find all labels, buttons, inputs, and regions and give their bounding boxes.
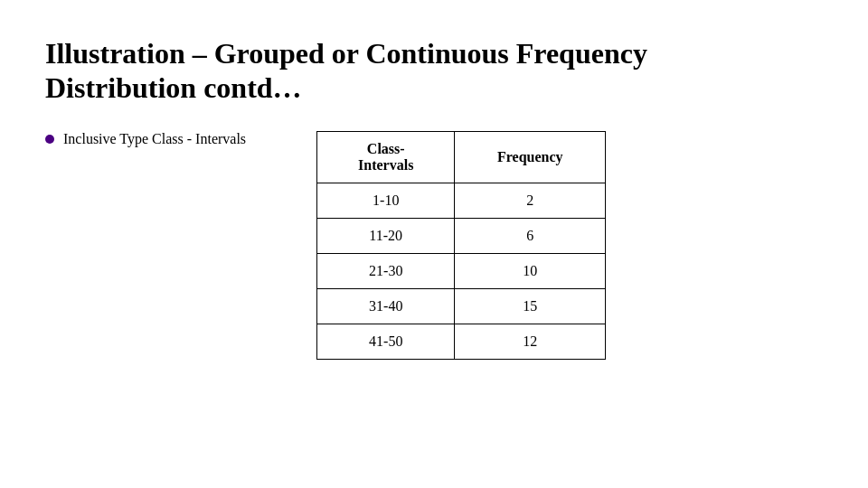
cell-interval: 31-40 <box>317 288 455 324</box>
cell-interval: 41-50 <box>317 324 455 359</box>
bullet-dot-icon <box>45 135 54 144</box>
table-row: 41-5012 <box>317 324 606 359</box>
table-row: 11-206 <box>317 218 606 253</box>
table-row: 31-4015 <box>317 288 606 324</box>
cell-interval: 11-20 <box>317 218 455 253</box>
page-title: Illustration – Grouped or Continuous Fre… <box>45 36 823 106</box>
col-header-frequency: Frequency <box>455 131 606 183</box>
bullet-item-1: Inclusive Type Class - Intervals <box>45 131 280 147</box>
cell-frequency: 15 <box>455 288 606 324</box>
table-header-row: Class-Intervals Frequency <box>317 131 606 183</box>
cell-frequency: 12 <box>455 324 606 359</box>
col-header-intervals: Class-Intervals <box>317 131 455 183</box>
cell-frequency: 10 <box>455 253 606 288</box>
left-column: Inclusive Type Class - Intervals <box>45 131 280 147</box>
page: Illustration – Grouped or Continuous Fre… <box>0 0 868 488</box>
title-line1: Illustration – Grouped or Continuous Fre… <box>45 37 647 70</box>
content-area: Inclusive Type Class - Intervals Class-I… <box>45 131 823 360</box>
cell-interval: 21-30 <box>317 253 455 288</box>
frequency-table: Class-Intervals Frequency 1-10211-20621-… <box>316 131 606 360</box>
cell-frequency: 2 <box>455 183 606 218</box>
cell-interval: 1-10 <box>317 183 455 218</box>
table-row: 1-102 <box>317 183 606 218</box>
frequency-table-container: Class-Intervals Frequency 1-10211-20621-… <box>316 131 606 360</box>
table-row: 21-3010 <box>317 253 606 288</box>
cell-frequency: 6 <box>455 218 606 253</box>
bullet-text-1: Inclusive Type Class - Intervals <box>63 131 246 147</box>
title-line2: Distribution contd… <box>45 71 302 104</box>
